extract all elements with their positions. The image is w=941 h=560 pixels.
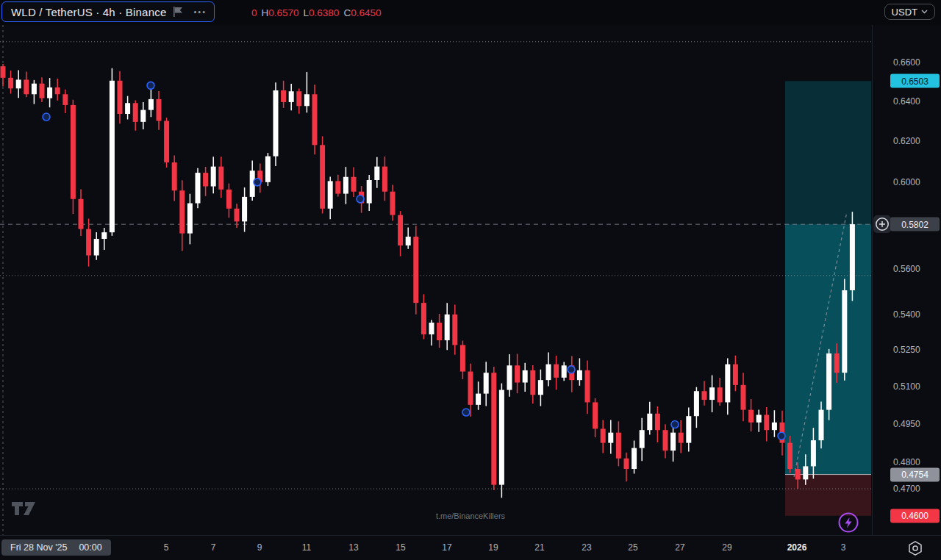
signal-dot [147, 82, 154, 89]
low-value: 0.6380 [309, 7, 339, 18]
price-tick-label: 0.4700 [893, 484, 920, 494]
chevron-down-icon [921, 10, 928, 14]
time-tick-label: 2026 [787, 542, 807, 553]
flag-icon[interactable] [173, 7, 183, 17]
signal-dot [462, 409, 470, 416]
price-axis[interactable]: 0.66000.64000.62000.60000.56000.54000.52… [872, 25, 941, 535]
time-tick-label: 3 [841, 542, 846, 553]
price-level-lines [0, 42, 872, 489]
time-tick-label: 5 [164, 542, 169, 553]
price-tick-label: 0.4950 [893, 419, 920, 429]
profit-zone-lower[interactable] [785, 224, 871, 474]
crosshair-date: Fri 28 Nov '25 [10, 542, 67, 553]
symbol-title: WLD / TetherUS · 4h · Binance [11, 6, 166, 18]
time-axis[interactable]: Fri 28 Nov '25 00:00 5791113151719212325… [0, 535, 941, 560]
time-tick-label: 9 [257, 542, 262, 553]
tradingview-chart-window: WLD / TetherUS · 4h · Binance ••• 0 H0.6… [0, 0, 941, 560]
price-tick-label: 0.5250 [893, 345, 920, 355]
time-tick-label: 17 [442, 542, 451, 553]
price-tick-label: 0.5600 [893, 264, 920, 274]
candles [1, 64, 855, 498]
signal-dot [43, 113, 50, 121]
time-tick-label: 7 [211, 542, 216, 553]
price-tick-label: 0.6400 [893, 96, 920, 107]
plus-circle-icon [875, 217, 890, 231]
signal-dot [254, 179, 261, 186]
time-tick-label: 13 [348, 542, 358, 553]
tradingview-logo[interactable] [12, 501, 37, 520]
timezone-settings-button[interactable] [906, 539, 924, 557]
ohlc-readout: 0 H0.6570 L0.6380 C0.6450 [251, 0, 381, 25]
symbol-search-button[interactable]: WLD / TetherUS · 4h · Binance ••• [1, 1, 215, 22]
time-tick-label: 23 [582, 542, 591, 553]
stop-price-label: 0.4600 [890, 509, 940, 523]
entry-price-label: 0.4754 [890, 467, 940, 481]
add-alert-button[interactable] [873, 215, 891, 233]
target-price-label: 0.6503 [890, 74, 940, 88]
profit-zone-upper[interactable] [785, 81, 871, 224]
chart-pane[interactable]: t.me/BinanceKillers [0, 25, 872, 535]
crosshair-date-label: Fri 28 Nov '25 00:00 [1, 539, 111, 556]
time-tick-label: 25 [628, 542, 637, 553]
watermark: t.me/BinanceKillers [436, 511, 505, 520]
signal-dot [778, 432, 785, 439]
flash-icon[interactable] [840, 514, 858, 532]
time-tick-label: 19 [488, 542, 498, 553]
price-tick-label: 0.6600 [893, 57, 920, 68]
time-tick-label: 29 [722, 542, 731, 553]
time-tick-label: 27 [675, 542, 684, 553]
open-value-fragment: 0 [251, 7, 257, 18]
time-tick-label: 11 [302, 542, 311, 553]
quote-currency-dropdown[interactable]: USDT [884, 4, 935, 20]
signal-dot [568, 366, 575, 373]
signal-dot [671, 421, 679, 428]
close-value: 0.6450 [351, 7, 381, 18]
candlestick-chart[interactable] [0, 25, 872, 535]
current-price-label: 0.5802 [890, 218, 940, 231]
high-value: 0.6570 [268, 7, 298, 18]
price-tick-label: 0.6000 [893, 177, 920, 187]
price-tick-label: 0.5400 [893, 309, 920, 320]
price-tick-label: 0.6200 [893, 136, 920, 146]
chart-header: WLD / TetherUS · 4h · Binance ••• 0 H0.6… [0, 0, 941, 25]
price-tick-label: 0.4800 [893, 457, 920, 467]
signal-dot [357, 195, 364, 203]
crosshair-time: 00:00 [79, 542, 101, 553]
time-tick-label: 21 [534, 542, 544, 553]
long-position-tool[interactable] [785, 81, 871, 516]
more-options-button[interactable]: ••• [190, 7, 207, 16]
price-tick-label: 0.5100 [893, 381, 920, 392]
time-tick-label: 15 [396, 542, 405, 553]
